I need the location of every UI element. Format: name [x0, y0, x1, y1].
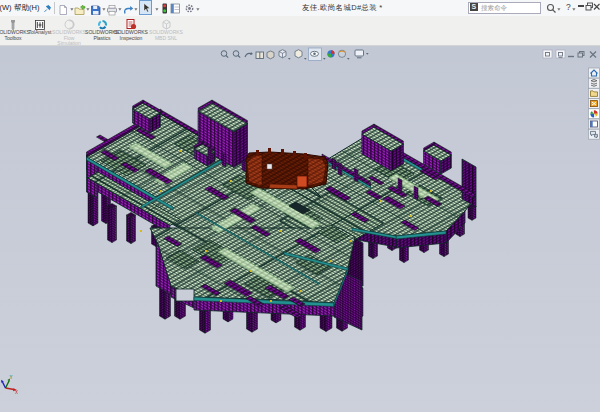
- svg-text:Y: Y: [10, 375, 13, 380]
- svg-text:X: X: [15, 390, 18, 395]
